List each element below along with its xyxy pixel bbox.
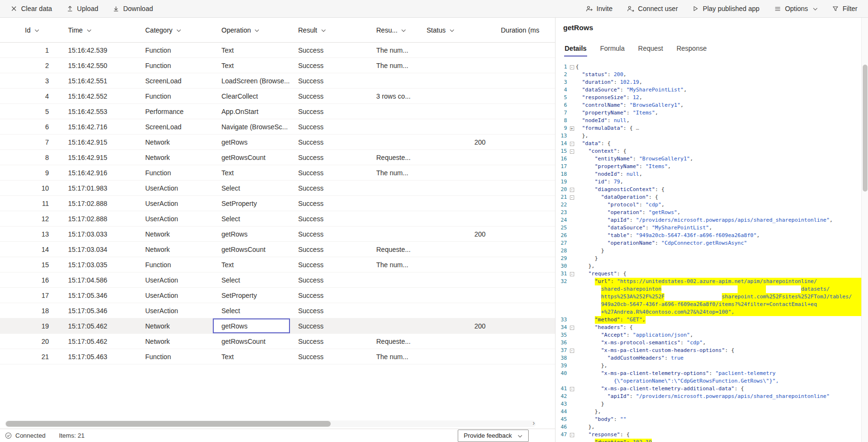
collapse-icon[interactable]: - (570, 326, 574, 330)
collapse-icon[interactable]: - (570, 149, 574, 154)
indent (576, 362, 601, 370)
tab-details[interactable]: Details (564, 43, 587, 57)
vertical-scrollbar[interactable] (861, 18, 868, 442)
table-row[interactable]: 1615:17:04.586UserActionSelectSuccess (0, 272, 555, 288)
horizontal-scrollbar-thumb[interactable] (6, 421, 331, 427)
cell-status (417, 196, 491, 211)
collapse-icon[interactable]: - (570, 195, 574, 200)
table-row[interactable]: 715:16:42.915NetworkgetRowsSuccess200 (0, 135, 555, 150)
tab-request[interactable]: Request (637, 43, 663, 57)
table-row[interactable]: 315:16:42.551ScreenLoadLoadScreen (Brows… (0, 73, 555, 89)
table-row[interactable]: 1215:17:02.888UserActionSelectSuccess (0, 211, 555, 227)
table-row[interactable]: 1415:17:03.034NetworkgetRowsCountSuccess… (0, 242, 555, 257)
provide-feedback-button[interactable]: Provide feedback (458, 430, 529, 442)
line-number: 47 (556, 431, 568, 439)
fold-gutter (568, 354, 576, 362)
line-number: 27 (556, 239, 568, 247)
column-header-id[interactable]: Id (0, 18, 58, 42)
details-tabs: DetailsFormulaRequestResponse (564, 43, 707, 57)
code-token: "formulaData" (582, 125, 623, 132)
column-header-status[interactable]: Status (417, 18, 491, 42)
code-line-content: +%27Andrea.R%40contoso.com%27&%24top=100… (576, 308, 861, 316)
column-header-label: Status (427, 26, 446, 34)
code-line-content: } (576, 255, 861, 262)
invite-button[interactable]: Invite (581, 1, 617, 16)
collapse-icon[interactable]: - (570, 188, 574, 192)
connect-user-button[interactable]: Connect user (622, 1, 683, 16)
cell-time: 15:16:42.539 (58, 43, 136, 57)
code-token: } (601, 400, 604, 408)
code-line: 36 "x-ms-protocol-semantics": "cdp", (556, 339, 861, 347)
collapse-icon[interactable]: - (570, 272, 574, 276)
line-number: 35 (556, 331, 568, 339)
column-header-result_detail[interactable]: Resu... (367, 18, 417, 42)
code-line-content: "protocol": "cdp", (576, 201, 861, 209)
code-line: 22 "protocol": "cdp", (556, 201, 861, 209)
column-header-result[interactable]: Result (290, 18, 367, 42)
collapse-icon[interactable]: - (570, 387, 574, 391)
expand-icon[interactable]: + (570, 126, 574, 131)
indent (576, 393, 607, 400)
table-row[interactable]: 615:16:42.716ScreenLoadNavigate (BrowseS… (0, 119, 555, 135)
fold-gutter (568, 293, 576, 301)
scroll-right-icon[interactable]: › (532, 419, 535, 427)
horizontal-scrollbar[interactable]: › (5, 420, 536, 427)
table-row[interactable]: 1315:17:03.033NetworkgetRowsSuccess200 (0, 227, 555, 242)
table-row[interactable]: 915:16:42.916FunctionTextSuccessThe num.… (0, 165, 555, 181)
table-row[interactable]: 815:16:42.915NetworkgetRowsCountSuccessR… (0, 150, 555, 165)
upload-button[interactable]: Upload (62, 1, 103, 16)
filter-icon (832, 5, 839, 12)
tab-formula[interactable]: Formula (600, 43, 625, 57)
table-row[interactable]: 1515:17:03.035FunctionTextSuccessThe num… (0, 257, 555, 272)
json-code-viewer[interactable]: 1-{2 "status": 200,3 "duration": 102.19,… (556, 63, 861, 442)
fold-gutter (568, 216, 576, 224)
code-line: 46 }, (556, 423, 861, 431)
table-row[interactable]: 415:16:42.552FunctionClearCollectSuccess… (0, 89, 555, 104)
column-header-time[interactable]: Time (58, 18, 136, 42)
tab-response[interactable]: Response (676, 43, 707, 57)
table-row[interactable]: 1115:17:02.888UserActionSetPropertySucce… (0, 196, 555, 211)
collapse-icon[interactable]: - (570, 142, 574, 146)
code-token: : { (617, 270, 626, 278)
table-row[interactable]: 115:16:42.539FunctionTextSuccessThe num.… (0, 43, 555, 58)
table-row[interactable]: 1015:17:01.983UserActionSelectSuccess (0, 181, 555, 196)
code-line-content: 949a20cb-5647-436f-a696-f609ea26a8f0/ite… (576, 301, 861, 308)
code-line-content: "apiId": "/providers/microsoft.powerapps… (576, 216, 861, 224)
cell-operation[interactable]: getRows (213, 318, 290, 333)
table-row[interactable]: 215:16:42.550FunctionTextSuccessThe num.… (0, 58, 555, 73)
play-published-app-button[interactable]: Play published app (687, 1, 764, 16)
code-token: "Items" (646, 163, 668, 170)
clear-data-button[interactable]: Clear data (6, 1, 57, 16)
column-header-category[interactable]: Category (136, 18, 213, 42)
collapse-icon[interactable]: - (570, 433, 574, 437)
cell-status (417, 89, 491, 103)
events-grid-pane: IdTimeCategoryOperationResultResu...Stat… (0, 18, 555, 442)
line-number: 34 (556, 324, 568, 331)
table-row[interactable]: 1715:17:05.346UserActionSetPropertySucce… (0, 288, 555, 303)
indent (576, 147, 589, 155)
code-token: "addCustomHeaders" (607, 354, 664, 362)
code-token: : (620, 316, 626, 324)
column-header-operation[interactable]: Operation (213, 18, 290, 42)
cell-id: 13 (0, 227, 58, 241)
download-button[interactable]: Download (108, 1, 158, 16)
line-number: 18 (556, 170, 568, 178)
table-row[interactable]: 515:16:42.553PerformanceApp.OnStartSucce… (0, 104, 555, 119)
fold-gutter (568, 262, 576, 270)
table-row[interactable]: 1915:17:05.462NetworkgetRowsSuccess200 (0, 318, 555, 334)
vertical-scrollbar-thumb[interactable] (863, 65, 868, 192)
table-row[interactable]: 2015:17:05.462NetworkgetRowsCountSuccess… (0, 334, 555, 349)
indent (576, 201, 607, 209)
play-published-app-label: Play published app (703, 5, 759, 12)
code-line-content: "request": { (576, 270, 861, 278)
filter-button[interactable]: Filter (827, 1, 862, 16)
options-button[interactable]: Options (769, 1, 822, 16)
collapse-icon[interactable]: - (570, 349, 574, 353)
table-row[interactable]: 2115:17:05.463FunctionTextSuccessThe num… (0, 349, 555, 364)
column-header-duration[interactable]: Duration (ms (491, 18, 555, 42)
code-line: 42 "apiId": "/providers/microsoft.powera… (556, 393, 861, 400)
table-row[interactable]: 1815:17:05.346UserActionSelectSuccess (0, 303, 555, 318)
cell-time: 15:17:05.346 (58, 288, 136, 303)
collapse-icon[interactable]: - (570, 65, 574, 69)
cell-result: Success (290, 257, 367, 272)
